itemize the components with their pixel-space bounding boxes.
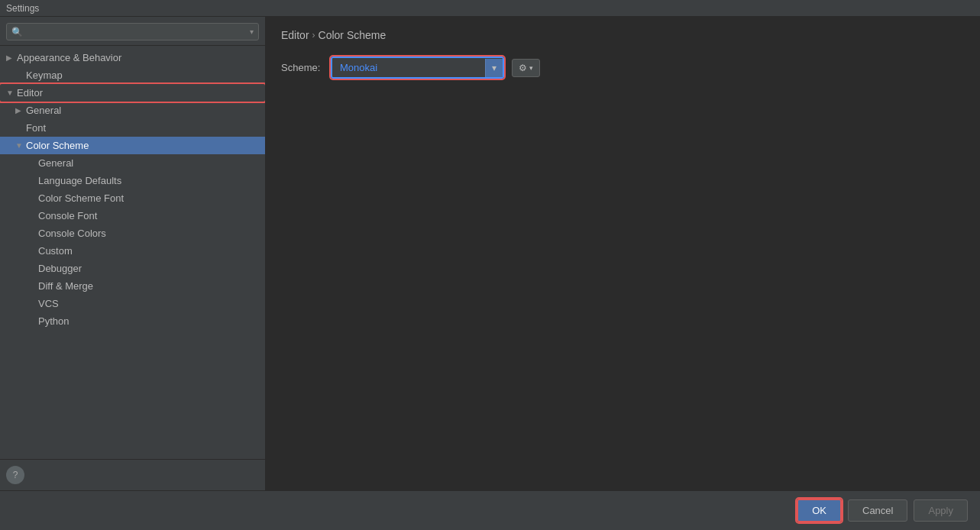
scheme-row: Scheme: Monokai ▾ ⚙ ▾ bbox=[281, 57, 965, 79]
sidebar-item-general[interactable]: ▶ General bbox=[0, 102, 265, 119]
title-bar-text: Settings bbox=[6, 3, 39, 14]
dialog-body: 🔍 ▾ ▶ Appearance & Behavior Keymap bbox=[0, 17, 980, 490]
sidebar-item-appearance[interactable]: ▶ Appearance & Behavior bbox=[0, 49, 265, 66]
sidebar-item-keymap[interactable]: Keymap bbox=[0, 66, 265, 84]
help-button[interactable]: ? bbox=[6, 466, 24, 484]
left-panel: 🔍 ▾ ▶ Appearance & Behavior Keymap bbox=[0, 17, 266, 490]
cancel-button[interactable]: Cancel bbox=[848, 499, 907, 522]
sidebar-item-label: Keymap bbox=[26, 69, 259, 81]
sidebar-item-console-colors[interactable]: Console Colors bbox=[0, 225, 265, 242]
sidebar-item-diff-merge[interactable]: Diff & Merge bbox=[0, 277, 265, 295]
title-bar: Settings bbox=[0, 0, 980, 17]
scheme-gear-button[interactable]: ⚙ ▾ bbox=[512, 59, 540, 77]
sidebar-item-label: Debugger bbox=[38, 263, 259, 274]
sidebar-item-debugger[interactable]: Debugger bbox=[0, 260, 265, 277]
sidebar-item-label: General bbox=[38, 157, 259, 169]
search-input[interactable] bbox=[26, 26, 247, 37]
scheme-label: Scheme: bbox=[281, 62, 323, 73]
right-panel: Editor › Color Scheme Scheme: Monokai ▾ … bbox=[266, 17, 980, 490]
sidebar-item-label: Editor bbox=[17, 87, 259, 99]
sidebar-item-label: VCS bbox=[38, 298, 259, 309]
arrow-icon: ▶ bbox=[6, 53, 17, 62]
search-bar: 🔍 ▾ bbox=[0, 17, 265, 46]
gear-icon: ⚙ bbox=[519, 63, 527, 73]
breadcrumb: Editor › Color Scheme bbox=[281, 29, 965, 41]
arrow-icon: ▼ bbox=[6, 89, 17, 97]
sidebar-item-custom[interactable]: Custom bbox=[0, 242, 265, 260]
sidebar-item-editor[interactable]: ▼ Editor bbox=[0, 84, 265, 102]
sidebar-item-label: General bbox=[26, 105, 259, 116]
search-input-wrap[interactable]: 🔍 ▾ bbox=[6, 23, 259, 40]
left-panel-bottom: ? bbox=[0, 459, 265, 490]
sidebar-item-label: Python bbox=[38, 315, 259, 327]
sidebar-item-python[interactable]: Python bbox=[0, 312, 265, 330]
dialog: 🔍 ▾ ▶ Appearance & Behavior Keymap bbox=[0, 17, 980, 530]
scheme-dropdown[interactable]: Monokai ▾ bbox=[331, 57, 504, 79]
sidebar-item-color-scheme[interactable]: ▼ Color Scheme bbox=[0, 137, 265, 154]
sidebar-item-label: Color Scheme Font bbox=[38, 192, 259, 204]
arrow-icon: ▶ bbox=[15, 106, 26, 115]
sidebar-item-label: Appearance & Behavior bbox=[17, 52, 259, 63]
sidebar-item-label: Console Colors bbox=[38, 228, 259, 239]
search-dropdown-arrow-icon[interactable]: ▾ bbox=[250, 27, 254, 36]
arrow-icon: ▼ bbox=[15, 141, 26, 150]
sidebar-item-language-defaults[interactable]: Language Defaults bbox=[0, 172, 265, 189]
sidebar-item-color-scheme-font[interactable]: Color Scheme Font bbox=[0, 189, 265, 207]
sidebar-item-label: Diff & Merge bbox=[38, 280, 259, 292]
apply-button[interactable]: Apply bbox=[914, 499, 968, 522]
breadcrumb-editor: Editor bbox=[281, 29, 309, 41]
sidebar-item-label: Language Defaults bbox=[38, 175, 259, 186]
sidebar-item-label: Console Font bbox=[38, 210, 259, 221]
sidebar-item-cs-general[interactable]: General bbox=[0, 154, 265, 172]
scheme-dropdown-button[interactable]: ▾ bbox=[485, 59, 503, 77]
breadcrumb-separator: › bbox=[312, 30, 315, 40]
sidebar-item-label: Color Scheme bbox=[26, 140, 259, 151]
gear-arrow-icon: ▾ bbox=[529, 64, 533, 72]
search-icon: 🔍 bbox=[11, 27, 23, 37]
sidebar-item-console-font[interactable]: Console Font bbox=[0, 207, 265, 225]
sidebar-item-vcs[interactable]: VCS bbox=[0, 295, 265, 312]
sidebar-item-label: Custom bbox=[38, 245, 259, 257]
tree-container: ▶ Appearance & Behavior Keymap ▼ Editor … bbox=[0, 46, 265, 459]
ok-button[interactable]: OK bbox=[797, 499, 842, 522]
scheme-dropdown-value: Monokai bbox=[332, 58, 485, 77]
dialog-footer: OK Cancel Apply bbox=[0, 490, 980, 530]
sidebar-item-label: Font bbox=[26, 122, 259, 134]
breadcrumb-color-scheme: Color Scheme bbox=[319, 29, 387, 41]
sidebar-item-font[interactable]: Font bbox=[0, 119, 265, 137]
